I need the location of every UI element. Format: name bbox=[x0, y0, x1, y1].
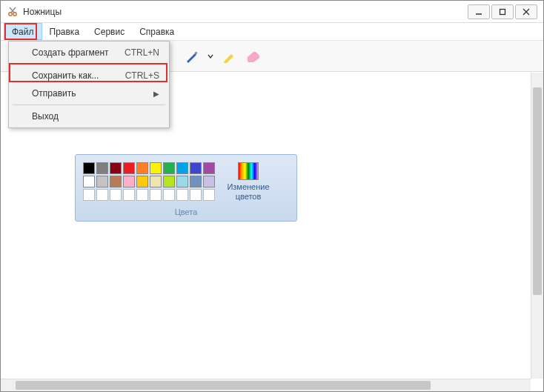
color-swatch[interactable] bbox=[123, 176, 135, 187]
color-swatch[interactable] bbox=[150, 176, 162, 187]
menu-item-save-as[interactable]: Сохранить как... CTRL+S bbox=[11, 67, 167, 84]
color-swatch[interactable] bbox=[176, 176, 188, 187]
color-swatch[interactable] bbox=[190, 162, 202, 174]
minimize-button[interactable] bbox=[468, 4, 490, 19]
color-swatch[interactable] bbox=[203, 162, 215, 174]
menu-item-label: Выход bbox=[32, 111, 59, 122]
color-swatch[interactable] bbox=[163, 189, 175, 201]
color-swatch[interactable] bbox=[190, 176, 202, 187]
color-swatch[interactable] bbox=[136, 189, 148, 201]
svg-rect-5 bbox=[500, 9, 505, 14]
menu-tools[interactable]: Сервис bbox=[87, 23, 132, 40]
chevron-down-icon[interactable] bbox=[207, 47, 214, 65]
highlighter-icon[interactable] bbox=[220, 47, 238, 65]
color-swatch[interactable] bbox=[123, 189, 135, 201]
color-swatch[interactable] bbox=[163, 162, 175, 174]
color-swatch[interactable] bbox=[83, 189, 95, 201]
color-swatch[interactable] bbox=[136, 176, 148, 187]
svg-point-1 bbox=[13, 12, 16, 15]
color-swatch[interactable] bbox=[163, 176, 175, 187]
eraser-icon[interactable] bbox=[244, 47, 262, 65]
color-swatch[interactable] bbox=[96, 189, 108, 201]
rainbow-icon bbox=[238, 162, 259, 180]
menu-item-send[interactable]: Отправить ▶ bbox=[11, 84, 167, 102]
file-dropdown: Создать фрагмент CTRL+N Сохранить как...… bbox=[8, 41, 170, 128]
scrollbar-horizontal[interactable] bbox=[1, 379, 531, 391]
color-swatch[interactable] bbox=[110, 176, 122, 187]
color-swatch[interactable] bbox=[136, 162, 148, 174]
color-swatch[interactable] bbox=[83, 162, 95, 174]
window-controls bbox=[466, 4, 537, 19]
maximize-button[interactable] bbox=[491, 4, 514, 19]
menubar: Файл Правка Сервис Справка bbox=[1, 23, 543, 41]
color-swatch[interactable] bbox=[150, 162, 162, 174]
color-swatch[interactable] bbox=[110, 189, 122, 201]
scrollbar-thumb[interactable] bbox=[533, 87, 542, 295]
scrollbar-thumb[interactable] bbox=[16, 381, 431, 390]
color-swatch[interactable] bbox=[203, 189, 215, 201]
svg-point-0 bbox=[9, 12, 12, 15]
menu-item-shortcut: CTRL+N bbox=[125, 47, 159, 58]
menu-item-label: Сохранить как... bbox=[32, 70, 99, 81]
color-swatch[interactable] bbox=[83, 176, 95, 187]
menu-item-label: Создать фрагмент bbox=[32, 47, 109, 58]
close-button[interactable] bbox=[515, 4, 537, 19]
pen-icon[interactable] bbox=[183, 47, 201, 65]
color-swatch[interactable] bbox=[176, 189, 188, 201]
app-window: Ножницы Файл Правка Сервис Справка Созда… bbox=[0, 0, 544, 392]
color-swatch[interactable] bbox=[96, 162, 108, 174]
palette-title: Цвета bbox=[83, 207, 289, 216]
color-swatch[interactable] bbox=[150, 189, 162, 201]
color-palette: Изменение цветов Цвета bbox=[75, 154, 297, 222]
chevron-right-icon: ▶ bbox=[153, 90, 159, 98]
edit-colors-label: Изменение цветов bbox=[222, 182, 274, 202]
scissors-icon bbox=[7, 6, 19, 18]
svg-rect-9 bbox=[224, 62, 227, 63]
color-swatch[interactable] bbox=[203, 176, 215, 187]
menu-edit[interactable]: Правка bbox=[42, 23, 87, 40]
window-title: Ножницы bbox=[23, 7, 466, 17]
menu-item-label: Отправить bbox=[32, 88, 76, 99]
edit-colors-button[interactable]: Изменение цветов bbox=[222, 162, 274, 202]
menu-separator bbox=[13, 104, 165, 105]
menu-file[interactable]: Файл bbox=[4, 23, 42, 40]
menu-item-shortcut: CTRL+S bbox=[125, 70, 159, 81]
color-swatch[interactable] bbox=[190, 189, 202, 201]
menu-separator bbox=[13, 64, 165, 64]
color-swatch[interactable] bbox=[110, 162, 122, 174]
swatch-grid bbox=[83, 162, 215, 202]
menu-help[interactable]: Справка bbox=[132, 23, 182, 40]
color-swatch[interactable] bbox=[96, 176, 108, 187]
scrollbar-vertical[interactable] bbox=[531, 73, 543, 379]
color-swatch[interactable] bbox=[123, 162, 135, 174]
titlebar: Ножницы bbox=[1, 1, 543, 23]
menu-item-new[interactable]: Создать фрагмент CTRL+N bbox=[11, 44, 167, 62]
menu-item-exit[interactable]: Выход bbox=[11, 107, 167, 125]
color-swatch[interactable] bbox=[176, 162, 188, 174]
